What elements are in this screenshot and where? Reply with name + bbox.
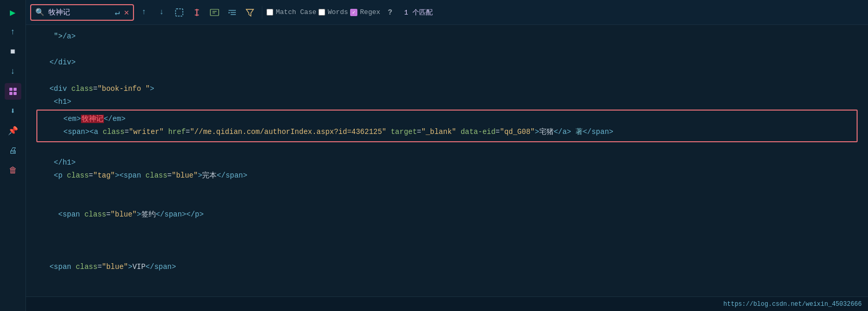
indent-icon[interactable]: [224, 5, 240, 20]
grid-icon[interactable]: [5, 83, 21, 100]
arrow-up-icon[interactable]: ↑: [5, 24, 21, 40]
code-line: [26, 235, 868, 248]
svg-rect-2: [9, 92, 12, 95]
main-content: 🔍 ↵ ✕ ↑ ↓: [26, 0, 868, 311]
next-match-button[interactable]: ↓: [154, 5, 169, 20]
svg-rect-4: [176, 9, 183, 16]
svg-marker-14: [246, 9, 253, 16]
code-line: [26, 70, 868, 83]
search-box: 🔍 ↵ ✕: [30, 4, 134, 21]
match-case-checkbox[interactable]: Match Case: [266, 8, 316, 16]
svg-rect-8: [210, 9, 219, 16]
search-icon: 🔍: [35, 8, 44, 17]
status-url: https://blog.csdn.net/weixin_45032666: [724, 301, 862, 308]
separator: [262, 6, 262, 19]
pin-icon[interactable]: 📌: [5, 123, 21, 139]
match-highlight: 牧神记: [81, 115, 104, 123]
code-line-match2: <span><a class="writer" href="//me.qidia…: [42, 126, 852, 139]
match-case-input[interactable]: [266, 9, 273, 16]
search-enter-icon[interactable]: ↵: [115, 7, 120, 18]
arrow-down-icon[interactable]: ↓: [5, 63, 21, 80]
words-input[interactable]: [318, 9, 325, 16]
code-line: </h1>: [26, 156, 868, 169]
code-line: </div>: [26, 56, 868, 69]
code-area[interactable]: ">/a> </div> <div class="book-info "> <h…: [26, 25, 868, 296]
code-line: [26, 143, 868, 156]
play-icon[interactable]: ▶: [5, 4, 21, 21]
filter-icon[interactable]: [242, 5, 258, 20]
trash-icon[interactable]: 🗑: [5, 162, 21, 179]
code-line: <div class="book-info ">: [26, 83, 868, 96]
code-line: [26, 43, 868, 56]
code-line: [26, 195, 868, 208]
regex-label: Regex: [360, 8, 380, 16]
match-count: 1 个匹配: [404, 8, 433, 17]
selection-icon[interactable]: [171, 5, 187, 20]
match-case-label: Match Case: [276, 8, 316, 16]
code-line: <span class="blue">签约</span></p>: [26, 208, 868, 221]
search-input[interactable]: [48, 8, 111, 17]
regex-checkbox[interactable]: ✓ Regex: [350, 8, 380, 16]
statusbar: https://blog.csdn.net/weixin_45032666: [26, 296, 868, 311]
highlight-match-box: <em>牧神记</em> <span><a class="writer" hre…: [36, 110, 858, 142]
code-line: <span class="blue">VIP</span>: [26, 261, 868, 274]
stop-icon[interactable]: ■: [5, 44, 21, 60]
code-line: [26, 248, 868, 261]
code-line-match1: <em>牧神记</em>: [42, 113, 852, 126]
svg-rect-1: [14, 88, 17, 91]
toolbar: 🔍 ↵ ✕ ↑ ↓: [26, 0, 868, 25]
svg-rect-0: [9, 88, 12, 91]
code-line: ">/a>: [26, 30, 868, 43]
code-line: <p class="tag"><span class="blue">完本</sp…: [26, 169, 868, 182]
search-close-icon[interactable]: ✕: [124, 7, 129, 18]
words-label: Words: [328, 8, 348, 16]
code-line: [26, 182, 868, 195]
code-line: <h1>: [26, 96, 868, 109]
code-line: [26, 222, 868, 235]
cursor-icon[interactable]: [189, 5, 205, 20]
download-icon[interactable]: ⬇: [5, 103, 21, 119]
format-icon[interactable]: [207, 5, 222, 20]
help-button[interactable]: ?: [382, 5, 398, 20]
svg-rect-3: [14, 92, 17, 95]
prev-match-button[interactable]: ↑: [136, 5, 152, 20]
regex-checked-icon: ✓: [350, 9, 357, 16]
sidebar: ▶ ↑ ■ ↓ ⬇ 📌 🖨 🗑: [0, 0, 26, 311]
words-checkbox[interactable]: Words: [318, 8, 348, 16]
print-icon[interactable]: 🖨: [5, 142, 21, 159]
